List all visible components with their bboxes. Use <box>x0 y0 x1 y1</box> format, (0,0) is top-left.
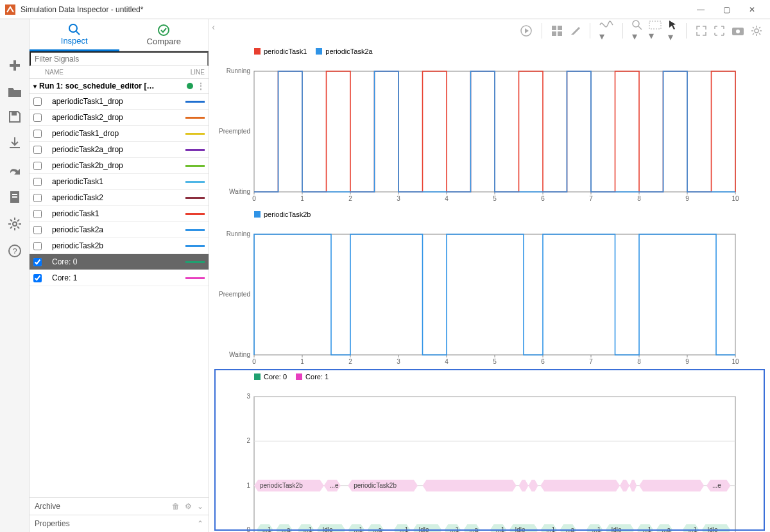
signal-row[interactable]: aperiodicTask1 <box>30 174 209 190</box>
plot-1[interactable]: periodicTask2b012345678910RunningPreempt… <box>216 208 764 367</box>
signal-row[interactable]: Core: 0 <box>30 254 209 270</box>
signal-row[interactable]: periodicTask1 <box>30 206 209 222</box>
signal-checkbox[interactable] <box>33 162 42 170</box>
svg-rect-13 <box>558 26 562 30</box>
new-icon[interactable] <box>7 58 22 73</box>
svg-rect-14 <box>552 31 556 36</box>
plot-2[interactable]: Core: 0Core: 10123456789100123periodicTa… <box>216 370 764 529</box>
cursor-icon[interactable]: ▾ <box>668 19 677 43</box>
export-icon[interactable] <box>8 163 22 177</box>
svg-text:1: 1 <box>300 195 304 202</box>
signal-row[interactable]: aperiodicTask2_drop <box>30 110 209 126</box>
signal-checkbox[interactable] <box>33 274 42 282</box>
archive-panel[interactable]: Archive 🗑 ⚙ ⌄ <box>30 497 209 515</box>
side-panel: ‹ Inspect Compare NAME LINE ▾ Run 1: soc… <box>30 19 209 532</box>
signal-row[interactable]: aperiodicTask1_drop <box>30 94 209 110</box>
properties-panel[interactable]: Properties ⌃ <box>30 515 209 532</box>
archive-collapse-icon[interactable]: ⌄ <box>197 502 203 511</box>
svg-line-17 <box>638 26 642 30</box>
plot-0[interactable]: periodicTask1periodicTask2a012345678910R… <box>216 45 764 204</box>
signal-row[interactable]: periodicTask2b <box>30 238 209 254</box>
run-menu-icon[interactable]: ⋮ <box>197 82 205 90</box>
signal-checkbox[interactable] <box>33 130 42 138</box>
layout-grid-icon[interactable] <box>551 25 563 37</box>
plot-legend: Core: 0Core: 1 <box>216 370 764 384</box>
run-button-icon[interactable] <box>520 24 533 37</box>
title-bar: Simulation Data Inspector - untitled* ― … <box>0 0 770 19</box>
tab-inspect[interactable]: Inspect <box>30 19 119 51</box>
svg-text:0: 0 <box>252 358 256 365</box>
signal-checkbox[interactable] <box>33 242 42 250</box>
signal-color-swatch <box>185 165 205 167</box>
panel-collapse-handle[interactable]: ‹ <box>212 22 215 32</box>
signal-row[interactable]: Core: 1 <box>30 270 209 286</box>
zoom-icon[interactable]: ▾ <box>632 20 642 42</box>
signal-name: periodicTask2b <box>52 241 185 250</box>
svg-text:4: 4 <box>445 358 449 365</box>
signal-checkbox[interactable] <box>33 226 42 234</box>
signal-color-swatch <box>185 261 205 263</box>
save-icon[interactable] <box>8 110 21 123</box>
svg-rect-3 <box>12 194 17 195</box>
signal-name: Core: 0 <box>52 257 185 266</box>
signal-name: periodicTask1 <box>52 209 185 218</box>
signal-row[interactable]: periodicTask2b_drop <box>30 158 209 174</box>
svg-text:...a: ...a <box>662 526 671 532</box>
snapshot-icon[interactable] <box>732 26 744 36</box>
fit-icon[interactable]: ▾ <box>649 21 662 42</box>
signal-color-swatch <box>185 117 205 119</box>
signal-checkbox[interactable] <box>33 210 42 218</box>
tab-compare-label: Compare <box>147 37 181 46</box>
signal-row[interactable]: aperiodicTask2 <box>30 190 209 206</box>
signal-checkbox[interactable] <box>33 98 42 106</box>
plot-legend: periodicTask2b <box>216 208 764 221</box>
signal-style-icon[interactable]: ▾ <box>599 20 613 42</box>
settings-gear-icon[interactable] <box>8 217 22 231</box>
svg-text:...a: ...a <box>469 526 478 532</box>
fullscreen-icon[interactable] <box>714 25 725 37</box>
svg-text:Idle: Idle <box>708 526 719 532</box>
col-line: LINE <box>191 69 205 76</box>
svg-text:...1: ...1 <box>304 526 312 532</box>
maximize-button[interactable]: ▢ <box>714 1 739 19</box>
properties-collapse-icon[interactable]: ⌃ <box>197 519 203 528</box>
svg-text:Waiting: Waiting <box>229 188 250 195</box>
signal-color-swatch <box>185 245 205 247</box>
signal-checkbox[interactable] <box>33 146 42 154</box>
svg-text:...e: ...e <box>330 482 339 489</box>
clear-icon[interactable] <box>569 25 581 37</box>
close-button[interactable]: ✕ <box>739 1 765 19</box>
svg-text:2: 2 <box>348 358 352 365</box>
filter-input[interactable] <box>30 51 209 66</box>
tab-compare[interactable]: Compare <box>119 19 209 51</box>
signal-row[interactable]: periodicTask1_drop <box>30 126 209 142</box>
svg-rect-1 <box>12 112 17 116</box>
report-icon[interactable] <box>9 190 21 204</box>
search-icon <box>68 23 81 36</box>
trash-icon[interactable]: 🗑 <box>172 502 180 511</box>
signal-row[interactable]: periodicTask2a <box>30 222 209 238</box>
signal-row[interactable]: periodicTask2a_drop <box>30 142 209 158</box>
svg-text:0: 0 <box>252 195 256 202</box>
signal-checkbox[interactable] <box>33 194 42 202</box>
plot-legend: periodicTask1periodicTask2a <box>216 45 764 58</box>
run-header[interactable]: ▾ Run 1: soc_schedule_editor [Current] ⋮ <box>30 79 209 94</box>
svg-point-21 <box>755 29 758 33</box>
svg-text:3: 3 <box>397 195 400 202</box>
signal-checkbox[interactable] <box>33 114 42 122</box>
archive-gear-icon[interactable]: ⚙ <box>185 502 192 511</box>
minimize-button[interactable]: ― <box>688 1 714 19</box>
open-folder-icon[interactable] <box>8 86 22 98</box>
import-icon[interactable] <box>8 136 22 150</box>
signal-checkbox[interactable] <box>33 258 42 266</box>
svg-text:Idle: Idle <box>323 526 334 532</box>
help-icon[interactable]: ? <box>8 244 22 258</box>
svg-text:2: 2 <box>246 438 250 445</box>
plot-settings-icon[interactable] <box>751 25 762 37</box>
svg-rect-48 <box>254 234 735 355</box>
svg-text:...a: ...a <box>373 526 382 532</box>
signal-name: periodicTask2a <box>52 225 185 234</box>
signal-checkbox[interactable] <box>33 178 42 186</box>
expand-icon[interactable] <box>696 25 707 37</box>
archive-label: Archive <box>35 502 60 511</box>
